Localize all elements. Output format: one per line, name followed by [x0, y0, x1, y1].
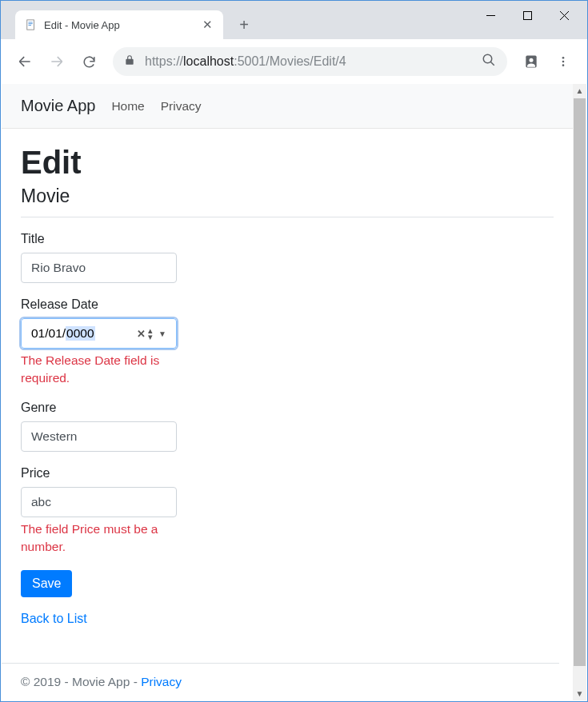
footer: © 2019 - Movie App - Privacy — [2, 663, 559, 700]
browser-tab[interactable]: Edit - Movie App ✕ — [15, 10, 223, 39]
url-path: :5001/Movies/Edit/4 — [234, 54, 346, 69]
svg-rect-1 — [29, 22, 33, 23]
scroll-up-icon[interactable]: ▲ — [573, 84, 586, 98]
price-error: The field Price must be a number. — [21, 521, 177, 555]
viewport: Movie App Home Privacy Edit Movie Title … — [2, 84, 586, 700]
svg-rect-5 — [523, 11, 531, 19]
date-dropdown-icon[interactable]: ▼ — [158, 329, 166, 338]
search-in-address-icon[interactable] — [482, 53, 496, 70]
url-host: localhost — [183, 54, 234, 69]
svg-rect-3 — [29, 25, 32, 26]
url-protocol: https:// — [145, 54, 183, 69]
title-label: Title — [21, 232, 177, 246]
release-date-label: Release Date — [21, 297, 177, 312]
footer-privacy-link[interactable]: Privacy — [141, 675, 182, 688]
price-group: Price The field Price must be a number. — [21, 466, 177, 555]
lock-icon — [124, 54, 135, 69]
scrollbar-thumb[interactable] — [574, 98, 586, 666]
release-date-error: The Release Date field is required. — [21, 352, 177, 386]
scrollbar[interactable]: ▲ ▼ — [573, 84, 586, 700]
nav-home[interactable]: Home — [111, 99, 144, 114]
svg-point-14 — [562, 64, 565, 66]
svg-point-13 — [562, 61, 565, 63]
page-content: Movie App Home Privacy Edit Movie Title … — [2, 84, 573, 700]
app-brand[interactable]: Movie App — [21, 97, 95, 115]
genre-group: Genre — [21, 401, 177, 452]
svg-point-11 — [530, 58, 534, 62]
browser-toolbar: https://localhost:5001/Movies/Edit/4 — [1, 39, 587, 84]
tab-favicon-icon — [25, 18, 38, 31]
back-to-list-link[interactable]: Back to List — [21, 612, 87, 626]
app-navbar: Movie App Home Privacy — [2, 84, 573, 129]
footer-text: © 2019 - Movie App - — [21, 675, 141, 688]
genre-label: Genre — [21, 401, 177, 415]
release-date-input[interactable]: 01/01/0000 ✕ ▴▾ ▼ — [21, 318, 177, 349]
divider — [21, 217, 554, 217]
date-year-selected: 0000 — [66, 326, 94, 341]
maximize-icon[interactable] — [509, 2, 546, 28]
menu-icon[interactable] — [549, 47, 578, 76]
new-tab-button[interactable]: + — [233, 14, 255, 36]
title-input[interactable] — [21, 253, 177, 283]
reload-icon[interactable] — [74, 47, 103, 76]
svg-line-9 — [490, 62, 494, 66]
account-icon[interactable] — [517, 47, 546, 76]
date-spinner-icon[interactable]: ▴▾ — [148, 327, 153, 340]
svg-point-8 — [483, 54, 492, 63]
date-prefix: 01/01/ — [31, 326, 66, 341]
svg-rect-2 — [29, 23, 33, 24]
title-group: Title — [21, 232, 177, 283]
forward-icon[interactable] — [42, 47, 71, 76]
window-controls — [472, 2, 582, 28]
page-subtitle: Movie — [21, 185, 554, 207]
save-button[interactable]: Save — [21, 570, 72, 597]
svg-point-12 — [562, 57, 565, 59]
tab-bar: Edit - Movie App ✕ + — [1, 1, 587, 39]
address-bar[interactable]: https://localhost:5001/Movies/Edit/4 — [113, 47, 507, 76]
genre-input[interactable] — [21, 421, 177, 452]
nav-privacy[interactable]: Privacy — [161, 99, 202, 114]
minimize-icon[interactable] — [472, 2, 509, 28]
browser-chrome: Edit - Movie App ✕ + https://localhost:5… — [1, 1, 587, 84]
close-icon[interactable] — [546, 2, 582, 28]
date-clear-icon[interactable]: ✕ — [137, 328, 146, 340]
price-input[interactable] — [21, 487, 177, 517]
scroll-down-icon[interactable]: ▼ — [573, 687, 586, 700]
release-date-group: Release Date 01/01/0000 ✕ ▴▾ ▼ The Relea… — [21, 297, 177, 386]
price-label: Price — [21, 466, 177, 481]
back-icon[interactable] — [10, 47, 39, 76]
main-container: Edit Movie Title Release Date 01/01/0000… — [2, 129, 573, 642]
tab-title: Edit - Movie App — [44, 19, 201, 31]
page-title: Edit — [21, 145, 554, 181]
tab-close-icon[interactable]: ✕ — [201, 18, 214, 31]
